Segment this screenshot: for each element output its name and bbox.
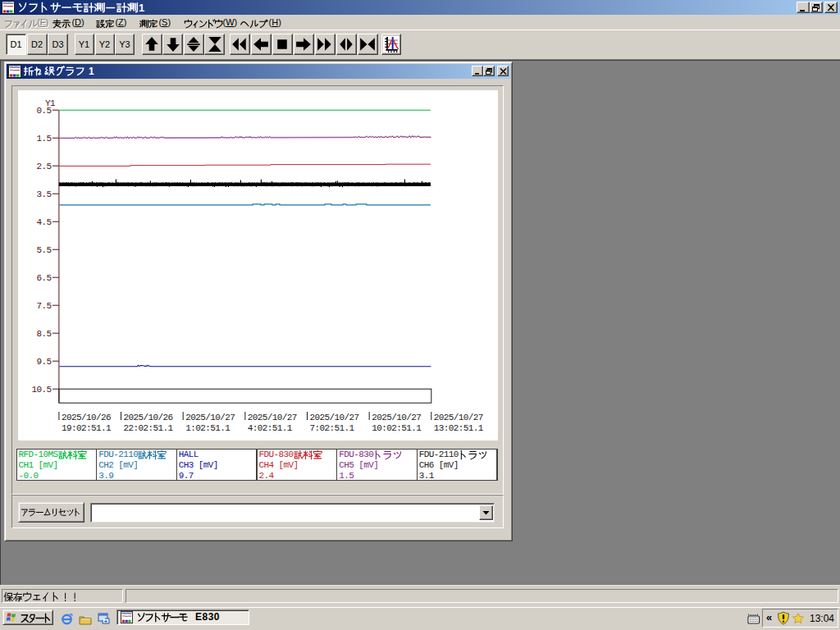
svg-text:2.5: 2.5 (36, 162, 51, 171)
svg-text:13:02:51.1: 13:02:51.1 (434, 423, 484, 433)
svg-text:2025/10/27: 2025/10/27 (434, 413, 483, 422)
svg-text:19:02:51.1: 19:02:51.1 (62, 423, 112, 433)
svg-text:2025/10/27: 2025/10/27 (372, 413, 421, 422)
svg-text:4:02:51.1: 4:02:51.1 (248, 423, 293, 433)
svg-text:22:02:51.1: 22:02:51.1 (124, 423, 174, 433)
svg-text:7:02:51.1: 7:02:51.1 (310, 423, 355, 433)
svg-text:6.5: 6.5 (36, 273, 51, 283)
svg-text:2025/10/27: 2025/10/27 (310, 413, 359, 422)
svg-text:2025/10/26: 2025/10/26 (124, 413, 173, 422)
svg-text:9.5: 9.5 (36, 357, 51, 367)
svg-text:7.5: 7.5 (36, 301, 51, 311)
svg-text:10:02:51.1: 10:02:51.1 (372, 423, 422, 433)
svg-text:2025/10/27: 2025/10/27 (248, 413, 297, 422)
svg-text:4.5: 4.5 (36, 217, 51, 227)
svg-text:8.5: 8.5 (36, 329, 51, 339)
svg-text:10.5: 10.5 (31, 385, 51, 395)
svg-text:5.5: 5.5 (36, 245, 51, 255)
svg-text:3.5: 3.5 (36, 189, 51, 199)
svg-text:1.5: 1.5 (36, 134, 51, 144)
svg-text:0.5: 0.5 (36, 106, 51, 116)
svg-text:2025/10/27: 2025/10/27 (185, 413, 235, 422)
svg-text:2025/10/26: 2025/10/26 (62, 413, 111, 422)
svg-text:1:02:51.1: 1:02:51.1 (185, 423, 231, 433)
